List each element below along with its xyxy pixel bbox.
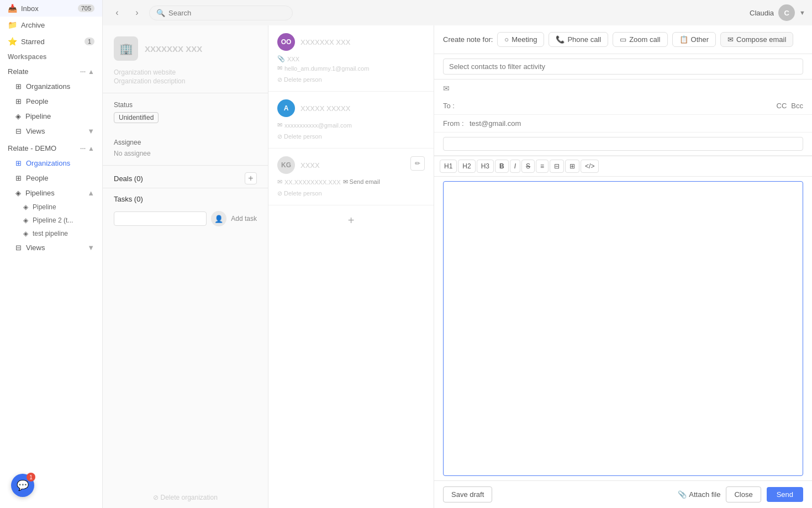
people-panel: OO XXXXXXX XXX 📎 XXX ✉ hello_am.dummy.1@… [268, 25, 434, 508]
sidebar-item-pipeline2-demo[interactable]: ◈ Pipeline 2 (t... [0, 214, 102, 227]
editor-footer: Save draft 📎 Attach file Close Send [434, 480, 812, 508]
toolbar-h2-button[interactable]: H2 [458, 160, 475, 173]
test-pipeline-sub-icon: ◈ [23, 230, 28, 237]
sidebar-item-pipeline[interactable]: ◈ Pipeline [0, 109, 102, 124]
toolbar-h1-button[interactable]: H1 [440, 160, 457, 173]
note-tab-meeting[interactable]: ○ Meeting [497, 32, 544, 47]
archive-icon: 📁 [8, 20, 17, 29]
note-tab-other[interactable]: 📋 Other [672, 32, 716, 47]
search-input[interactable] [168, 9, 286, 17]
relate-menu-dots[interactable]: ··· [80, 68, 86, 76]
toolbar-bold-button[interactable]: B [495, 160, 509, 173]
org-avatar-icon: 🏢 [119, 42, 133, 55]
send-button[interactable]: Send [767, 487, 803, 502]
sidebar-item-views[interactable]: ⊟ Views ▼ [0, 124, 102, 139]
note-tab-compose-email[interactable]: ✉ Compose email [720, 32, 793, 47]
pipeline-icon: ◈ [15, 112, 21, 120]
sidebar-item-organizations[interactable]: ⊞ Organizations [0, 79, 102, 94]
forward-button[interactable]: › [129, 5, 145, 20]
pipelines-chevron-icon: ▲ [87, 189, 94, 197]
sidebar-item-pipelines-demo[interactable]: ◈ Pipelines ▲ [0, 186, 102, 200]
content-row: 🏢 XXXXXXX XXX Organization website Organ… [103, 25, 812, 508]
sidebar-item-views-demo[interactable]: ⊟ Views ▼ [0, 240, 102, 255]
person-card-2-header: A XXXXX XXXXX [277, 99, 425, 117]
pipeline-sub-icon: ◈ [23, 203, 28, 211]
sidebar-item-archive[interactable]: 📁 Archive [0, 17, 102, 33]
email-body-editor[interactable] [443, 181, 803, 476]
person-meta-3a: ✉ XX.XXXXXXXX.XXX ✉ Send email [277, 178, 425, 186]
delete-org-section: ⊘ Delete organization [103, 493, 268, 501]
bcc-button[interactable]: Bcc [791, 102, 803, 110]
toolbar-italic-button[interactable]: I [510, 160, 520, 173]
toolbar-code-button[interactable]: </> [581, 160, 599, 173]
editor-toolbar: H1 H2 H3 B I S ≡ ⊟ ⊞ </> [434, 156, 812, 177]
toolbar-unordered-list-button[interactable]: ≡ [536, 160, 549, 173]
send-email-link-3[interactable]: ✉ Send email [343, 178, 380, 186]
org-header: 🏢 XXXXXXX XXX [103, 25, 268, 66]
to-field-row: To : CC Bcc [434, 97, 812, 115]
back-button[interactable]: ‹ [109, 5, 125, 20]
sidebar-item-pipeline-demo[interactable]: ◈ Pipeline [0, 200, 102, 214]
subject-input[interactable] [443, 137, 803, 151]
sidebar-item-starred[interactable]: ⭐ Starred 1 [0, 33, 102, 50]
sidebar-item-test-pipeline-demo[interactable]: ◈ test pipeline [0, 227, 102, 240]
save-draft-button[interactable]: Save draft [443, 486, 492, 502]
tasks-section-row: Tasks (0) [103, 188, 268, 207]
relate-demo-menu-dots[interactable]: ··· [80, 145, 86, 152]
inbox-icon: 📥 [8, 4, 17, 13]
sidebar-item-people[interactable]: ⊞ People [0, 94, 102, 109]
task-input-row: 👤 Add task [103, 207, 268, 231]
person-card-1-header: OO XXXXXXX XXX [277, 33, 425, 51]
pipelines-demo-icon: ◈ [15, 189, 21, 197]
sidebar-item-inbox[interactable]: 📥 Inbox 705 [0, 0, 102, 17]
chat-icon: 💬 [17, 479, 29, 491]
relate-demo-chevron-icon[interactable]: ▲ [88, 145, 94, 152]
task-input[interactable] [114, 211, 207, 226]
to-input[interactable] [470, 102, 772, 110]
task-assignee-button[interactable]: 👤 [211, 211, 226, 226]
person-meta-1a: 📎 XXX [277, 55, 425, 62]
note-tab-phone-call[interactable]: 📞 Phone call [549, 32, 608, 47]
views-icon: ⊟ [15, 127, 22, 135]
person-meta-2a: ✉ xxxxxxxxxxx@gmail.com [277, 121, 425, 129]
delete-person-1-button[interactable]: ⊘ Delete person [277, 76, 322, 83]
sidebar-archive-label: Archive [21, 21, 45, 29]
main-content: ‹ › 🔍 Claudia C ▼ 🏢 XXXXXXX XXX Organiza… [103, 0, 812, 508]
attachment-icon-1: 📎 [277, 55, 285, 62]
close-button[interactable]: Close [726, 486, 761, 502]
pipeline2-sub-icon: ◈ [23, 216, 28, 224]
toolbar-ordered-list-button[interactable]: ⊟ [550, 160, 564, 173]
add-deal-button[interactable]: + [245, 172, 257, 184]
toolbar-h3-button[interactable]: H3 [477, 160, 494, 173]
note-tab-zoom-call[interactable]: ▭ Zoom call [613, 32, 667, 47]
meeting-label: Meeting [512, 35, 537, 44]
person-card-2: A XXXXX XXXXX ✉ xxxxxxxxxxx@gmail.com ⊘ … [268, 92, 434, 149]
relate-chevron-icon[interactable]: ▲ [88, 68, 94, 76]
org-website: Organization website [114, 68, 257, 76]
toolbar-strikethrough-button[interactable]: S [521, 160, 535, 173]
inbox-badge: 705 [78, 4, 94, 12]
edit-person-3-button[interactable]: ✏ [410, 156, 425, 171]
deals-section-row: Deals (0) + [103, 166, 268, 188]
delete-org-button[interactable]: ⊘ Delete organization [153, 494, 218, 501]
other-icon: 📋 [679, 35, 688, 44]
person-name-1: XXXXXXX XXX [300, 38, 350, 46]
meeting-icon: ○ [504, 35, 509, 44]
cc-button[interactable]: CC [777, 102, 787, 110]
chat-bubble[interactable]: 💬 1 [11, 474, 34, 497]
sidebar-item-people-demo[interactable]: ⊞ People [0, 171, 102, 186]
user-dropdown-chevron[interactable]: ▼ [799, 9, 805, 16]
people-icon: ⊞ [15, 97, 22, 105]
toolbar-indent-button[interactable]: ⊞ [565, 160, 579, 173]
delete-person-3-button[interactable]: ⊘ Delete person [277, 190, 322, 197]
relate-section-header: Relate ··· ▲ [0, 64, 102, 79]
org-panel: 🏢 XXXXXXX XXX Organization website Organ… [103, 25, 268, 508]
from-input[interactable] [470, 119, 803, 128]
attach-file-button[interactable]: 📎 Attach file [678, 490, 720, 499]
email-compose-icon: ✉ [434, 80, 812, 97]
delete-person-2-button[interactable]: ⊘ Delete person [277, 133, 322, 140]
add-task-button[interactable]: Add task [231, 215, 257, 223]
add-person-button[interactable]: + [268, 205, 434, 236]
filter-contacts-input[interactable] [443, 59, 803, 75]
sidebar-item-organizations-demo[interactable]: ⊞ Organizations [0, 156, 102, 171]
